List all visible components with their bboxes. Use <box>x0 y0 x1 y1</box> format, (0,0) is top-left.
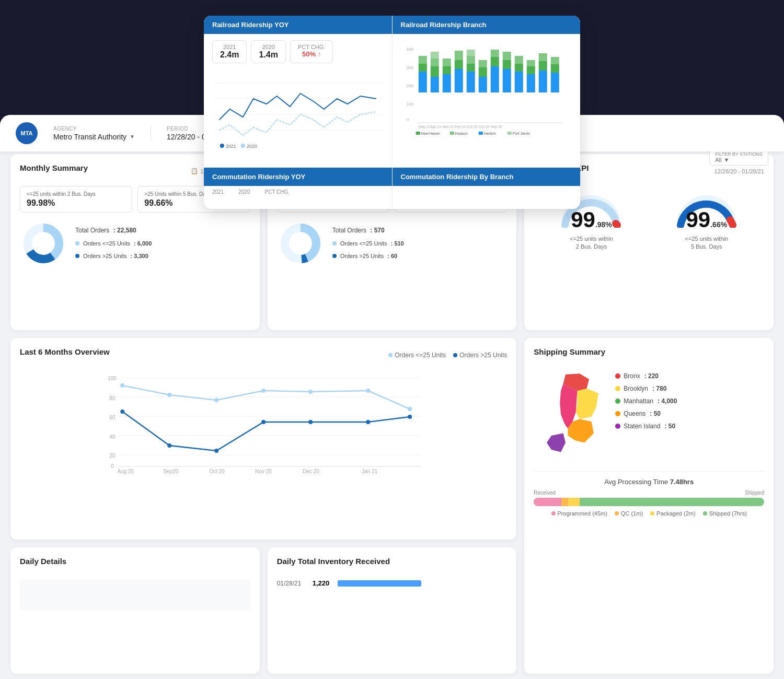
processing-legend: Programmed (45m) QC (1m) Packaged (2m) S… <box>534 510 764 517</box>
svg-rect-30 <box>478 77 487 92</box>
svg-rect-61 <box>449 132 454 135</box>
svg-text:Oct 20: Oct 20 <box>466 125 477 128</box>
commutation-branch-title: Commutation Ridership By Branch <box>401 173 514 181</box>
processing-title: Avg Processing Time 7.48hrs <box>534 478 764 486</box>
svg-rect-49 <box>550 64 559 73</box>
svg-text:Hudson: Hudson <box>455 132 467 135</box>
staten-item: Staten Island : 50 <box>615 420 677 432</box>
svg-rect-32 <box>478 60 487 67</box>
daily-details-card: Daily Details <box>10 547 260 674</box>
agency-value-wrapper[interactable]: Metro Transit Authority ▼ <box>53 133 135 141</box>
shipping-content: Bronx : 220 Brooklyn : 780 Manhattan : 4… <box>534 370 764 466</box>
commutation-branch-header: Commutation Ridership By Branch <box>393 168 581 186</box>
svg-rect-25 <box>454 51 463 60</box>
svg-text:100: 100 <box>406 102 413 107</box>
svg-point-98 <box>408 415 412 419</box>
monthly-donut-legend: Total Orders : 22,580 Orders <=25 Units … <box>75 225 152 261</box>
svg-rect-42 <box>526 74 535 92</box>
svg-rect-48 <box>550 73 559 92</box>
svg-rect-46 <box>538 61 547 71</box>
svg-rect-43 <box>526 66 535 74</box>
svg-point-91 <box>408 407 412 411</box>
svg-text:Sep20: Sep20 <box>163 469 178 474</box>
svg-text:Oct 20: Oct 20 <box>478 125 489 128</box>
svg-text:Apr 21: Apr 21 <box>430 125 441 129</box>
svg-rect-22 <box>442 58 451 66</box>
svg-rect-17 <box>430 66 439 77</box>
rr-stat-2021: 2021 2.4m <box>212 40 247 63</box>
gauge2-label: <=25 units within5 Bus. Days <box>685 235 729 251</box>
svg-rect-21 <box>442 66 451 74</box>
last6months-title: Last 6 Months Overview <box>20 347 110 356</box>
shipping-legend: Bronx : 220 Brooklyn : 780 Manhattan : 4… <box>615 370 677 432</box>
brooklyn-item: Brooklyn : 780 <box>615 382 677 395</box>
manhattan-item: Manhattan : 4,000 <box>615 395 677 407</box>
svg-rect-24 <box>454 60 463 69</box>
queens-item: Queens : 50 <box>615 407 677 420</box>
svg-point-4 <box>220 144 224 148</box>
shipping-summary-card: Shipping Summary <box>524 338 774 674</box>
monthly-kpi1: <=25 units within 2 Bus. Days 99.98% <box>20 186 132 213</box>
filter-stations-select[interactable]: All ▼ <box>715 157 763 163</box>
svg-text:Dec 20: Dec 20 <box>303 469 319 474</box>
inventory-bar-1 <box>338 580 421 587</box>
last6months-card: Last 6 Months Overview Orders <=25 Units… <box>10 338 516 540</box>
svg-rect-63 <box>478 132 482 135</box>
svg-point-94 <box>214 449 218 453</box>
bronx-item: Bronx : 220 <box>615 370 677 382</box>
svg-rect-23 <box>454 69 463 92</box>
svg-rect-31 <box>478 67 487 77</box>
svg-point-86 <box>167 393 171 397</box>
processing-bar <box>534 498 764 506</box>
svg-rect-65 <box>507 132 511 135</box>
svg-text:Harlem: Harlem <box>483 132 495 135</box>
svg-rect-27 <box>466 64 475 72</box>
commutation-yoy-title: Commutation Ridership YOY <box>212 173 305 181</box>
agency-field: AGENCY Metro Transit Authority ▼ <box>53 126 135 141</box>
gauge2: 99 .66% <=25 units within5 Bus. Days <box>673 191 741 251</box>
main-content: Monthly Summary 📋 12/28/20 - 01/28/21 <=… <box>10 154 774 674</box>
svg-point-93 <box>167 443 171 448</box>
svg-text:300: 300 <box>406 65 413 70</box>
agency-label: AGENCY <box>53 126 135 132</box>
svg-text:New Haven: New Haven <box>421 132 440 135</box>
svg-text:20: 20 <box>109 453 116 459</box>
svg-rect-19 <box>430 52 439 58</box>
daily-details-content <box>20 579 250 611</box>
monthly-donut-section: Total Orders : 22,580 Orders <=25 Units … <box>20 220 250 267</box>
monthly-summary-title: Monthly Summary <box>20 163 88 172</box>
svg-rect-50 <box>550 57 559 64</box>
daily-donut-legend: Total Orders : 570 Orders <=25 Units : 5… <box>332 225 404 261</box>
svg-text:Mar 21: Mar 21 <box>442 125 454 128</box>
svg-text:Nov 20: Nov 20 <box>255 469 272 474</box>
svg-rect-47 <box>538 53 547 61</box>
svg-point-88 <box>261 389 266 393</box>
ridership-yoy-chart: 2021 2020 <box>212 67 384 151</box>
svg-text:2020: 2020 <box>247 144 257 149</box>
svg-point-89 <box>308 390 313 394</box>
svg-point-87 <box>214 398 218 402</box>
daily-details-title: Daily Details <box>20 557 66 566</box>
svg-text:0: 0 <box>111 463 114 469</box>
svg-rect-44 <box>526 60 535 66</box>
daily-inventory-card: Daily Total Inventory Received FILTER BY… <box>268 547 517 674</box>
svg-text:2021: 2021 <box>226 144 236 149</box>
railroad-branch-title: Railroad Ridership Branch <box>401 21 487 29</box>
svg-text:400: 400 <box>406 47 413 52</box>
svg-rect-59 <box>416 132 420 135</box>
svg-rect-29 <box>466 50 475 56</box>
svg-text:200: 200 <box>406 84 413 88</box>
last6months-header: Last 6 Months Overview Orders <=25 Units… <box>20 347 507 362</box>
svg-rect-33 <box>490 66 499 92</box>
svg-point-90 <box>366 389 370 393</box>
daily-inventory-title: Daily Total Inventory Received <box>277 557 390 566</box>
svg-text:Feb 21: Feb 21 <box>454 125 466 128</box>
svg-text:40: 40 <box>109 434 116 440</box>
svg-rect-13 <box>418 72 426 92</box>
gauge2-arc: 99 .66% <box>673 191 741 233</box>
svg-rect-38 <box>502 52 511 60</box>
inventory-row-1: 01/28/21 1,220 <box>277 579 508 587</box>
svg-point-95 <box>261 420 266 424</box>
svg-rect-14 <box>418 64 426 72</box>
svg-text:Oct 20: Oct 20 <box>209 469 225 474</box>
